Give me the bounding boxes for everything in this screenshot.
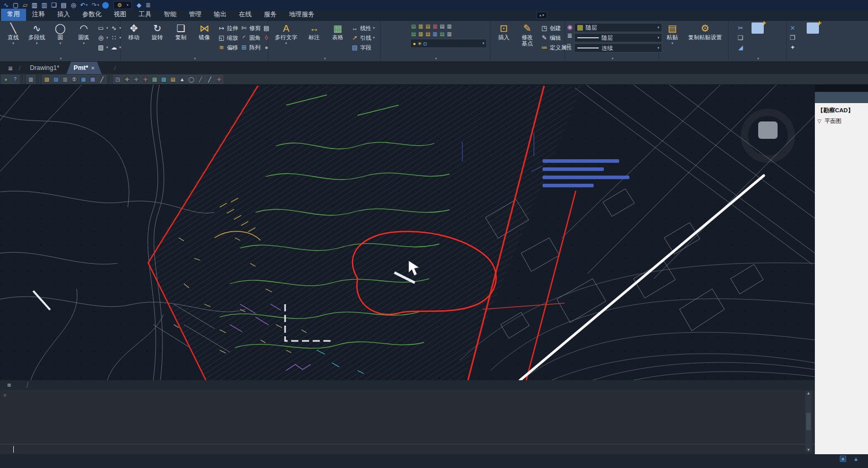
toolbar-icon[interactable]: ╱ (205, 75, 214, 84)
file-tab[interactable]: Drawing1* (22, 62, 66, 74)
layer-tool-icon[interactable]: ▥ (417, 23, 424, 30)
toolbar-icon[interactable]: ▨ (52, 75, 60, 84)
ribbon-tab[interactable]: 常用 (1, 9, 26, 21)
line-button[interactable]: ╲直线▾ (2, 22, 25, 45)
extra-tool-2[interactable]: ❐ (789, 33, 796, 42)
hatch-button[interactable]: ▨▾ (97, 43, 108, 52)
toolbar-icon[interactable]: ✛ (123, 75, 131, 84)
panel-title-draw[interactable]: ▾ (0, 54, 120, 62)
panel-title-clipboard[interactable] (659, 54, 728, 62)
lineweight-dropdown[interactable]: 随层 ▾ (574, 33, 662, 42)
rotate-button[interactable]: ↻旋转 (146, 22, 169, 41)
color-dropdown[interactable]: 随层 ▾ (574, 23, 662, 32)
offset-button[interactable]: ≋偏移 (218, 43, 238, 52)
scroll-up-icon[interactable]: ▲ (807, 391, 811, 396)
layer-dropdown[interactable]: ● ☀ ◘ ▾ (410, 39, 487, 48)
toolbar-icon[interactable]: ✛ (132, 75, 140, 84)
base-view-button[interactable]: + (743, 22, 772, 35)
toolbar-icon[interactable]: ? (11, 75, 19, 84)
mirror-button[interactable]: ⋈镜像 (193, 22, 216, 41)
layer-tool-icon[interactable]: ▥ (432, 31, 438, 38)
toolbar-icon[interactable]: ▨ (159, 75, 168, 84)
toolbar-icon[interactable]: ▨ (150, 75, 159, 84)
ribbon-tab[interactable]: 智能 (158, 9, 183, 21)
layer-tool-icon[interactable]: ▥ (432, 23, 438, 30)
panel-title-block[interactable] (490, 54, 565, 62)
toolbar-icon[interactable]: ╱ (98, 75, 106, 84)
toolbar-icon[interactable]: ▥ (27, 75, 35, 84)
layer-tool-icon[interactable]: ▤ (439, 23, 445, 30)
layer-tool-icon[interactable]: ▥ (446, 23, 453, 30)
layer-tool-icon[interactable]: ▥ (417, 31, 424, 38)
extra-tool-1[interactable]: ✕ (789, 23, 796, 33)
copy-button[interactable]: ❏复制 (170, 22, 192, 41)
annotation-scale-dropdown[interactable]: ▲ (853, 456, 862, 462)
sidebar-group-plan[interactable]: ▽ 平面图 (815, 116, 868, 127)
linetype-icon[interactable]: ┄ (567, 41, 572, 48)
array-button[interactable]: ⊞阵列 (240, 43, 261, 52)
workspace-switcher[interactable]: ⚙ ▾ (113, 1, 132, 9)
toolbar-icon[interactable]: ① (70, 75, 79, 84)
paste-button[interactable]: ▤粘贴▾ (661, 22, 684, 45)
close-tab-icon[interactable]: × (91, 65, 95, 71)
file-tabs-menu-icon[interactable]: ≡ (4, 64, 17, 72)
arc-button[interactable]: ◠圆弧▾ (73, 22, 95, 45)
ribbon-tab[interactable]: 注释 (26, 9, 51, 21)
mtext-button[interactable]: A多行文字▾ (270, 22, 302, 45)
insert-block-button[interactable]: ⊡插入 (492, 22, 515, 46)
linetype-dropdown[interactable]: 连续 ▾ (574, 43, 662, 53)
units-dropdown[interactable]: ▣ (840, 456, 850, 462)
toolbar-icon[interactable]: ▲ (178, 75, 186, 84)
drawing-canvas[interactable] (0, 85, 815, 380)
ribbon-tab[interactable]: 输出 (208, 9, 233, 21)
ribbon-tab[interactable]: 管理 (183, 9, 208, 21)
layer-properties-button[interactable] (383, 22, 408, 35)
command-window[interactable]: × ▲ ▼ (0, 390, 815, 454)
ribbon-tab[interactable]: 视图 (108, 9, 133, 21)
linear-dimension-button[interactable]: ↔线性▾ (351, 23, 375, 33)
toolbar-icon[interactable]: ▤ (169, 75, 177, 84)
spline-button[interactable]: ∿▾ (110, 23, 122, 33)
revision-cloud-button[interactable]: ☁▾ (110, 43, 122, 52)
panel-title-view[interactable]: ▾ (729, 54, 786, 62)
layer-tool-icon[interactable]: ▤ (410, 23, 417, 30)
toolbar-icon[interactable]: ▩ (88, 75, 97, 84)
scroll-thumb[interactable] (806, 413, 811, 430)
copy-paste-settings-button[interactable]: ⚙复制粘贴设置 (685, 22, 725, 45)
panel-title-modify[interactable]: ▾ (121, 54, 268, 62)
layer-tool-icon[interactable]: ▤ (410, 31, 417, 38)
fillet-button[interactable]: ◜圆角 (240, 33, 261, 42)
panel-title-annotate[interactable]: ▾ (268, 54, 380, 62)
dimension-button[interactable]: ↔标注 (303, 22, 325, 45)
table-button[interactable]: ▦表格 (326, 22, 349, 45)
toolbar-icon[interactable]: ╱ (196, 75, 205, 84)
layer-tool-icon[interactable]: ▤ (425, 31, 431, 38)
toolbar-icon[interactable]: ✛ (215, 75, 223, 84)
lineweight-icon[interactable]: ≣ (567, 32, 572, 39)
modify-basepoint-button[interactable]: ✎修改 基点 (516, 22, 538, 46)
command-scrollbar[interactable]: ▲ ▼ (805, 391, 812, 452)
polyline-button[interactable]: ∿多段线▾ (26, 22, 48, 45)
toolbar-icon[interactable]: ▥ (61, 75, 69, 84)
ribbon-tab[interactable]: 在线 (233, 9, 258, 21)
ribbon-tab[interactable]: 插入 (51, 9, 76, 21)
layer-tool-icon[interactable]: ▥ (446, 31, 453, 38)
ribbon-tab[interactable]: 工具 (133, 9, 158, 21)
layer-tool-icon[interactable]: ▤ (439, 31, 445, 38)
sidebar-item[interactable]: 【勘察CAD】 (815, 105, 868, 116)
circle-button[interactable]: ◯圆▾ (49, 22, 72, 45)
scroll-down-icon[interactable]: ▼ (807, 448, 811, 452)
panel-title-layer[interactable]: ▾ (381, 54, 490, 62)
move-button[interactable]: ✥移动 (123, 22, 145, 41)
ribbon-tab[interactable]: 参数化 (76, 9, 108, 21)
field-button[interactable]: ▤字段 (351, 43, 375, 52)
file-tab[interactable]: Pmt*× (66, 62, 102, 74)
toolbar-icon[interactable]: ● (2, 75, 10, 84)
toolbar-icon[interactable]: ▨ (42, 75, 51, 84)
extra-tool-3[interactable]: ✦ (789, 43, 796, 52)
toolbar-icon[interactable]: ◳ (113, 75, 122, 84)
stretch-button[interactable]: ↦拉伸 (218, 23, 238, 33)
ellipse-button[interactable]: ◎▾ (97, 33, 108, 42)
command-prompt[interactable] (11, 446, 14, 453)
toolbar-icon[interactable]: ▦ (79, 75, 88, 84)
